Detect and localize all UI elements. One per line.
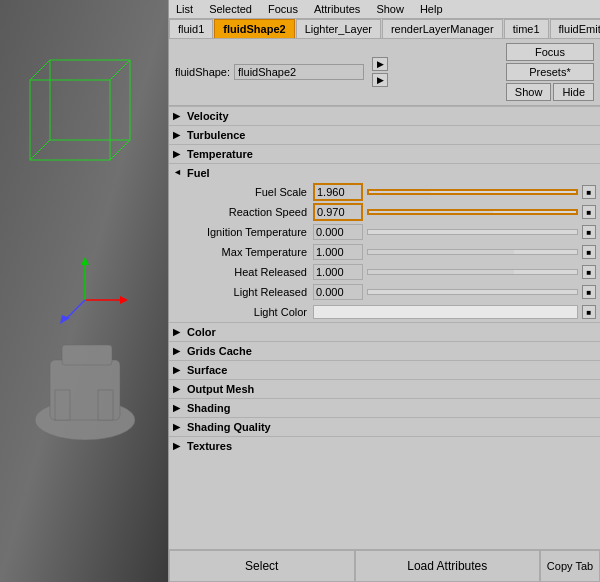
ignition-temp-input[interactable] [313,224,363,240]
show-button[interactable]: Show [506,83,552,101]
section-color[interactable]: ▶ Color [169,322,600,341]
temperature-label: Temperature [187,148,253,160]
svg-rect-16 [98,390,113,420]
fluid-shape-label: fluidShape: [175,66,230,78]
grids-cache-label: Grids Cache [187,345,252,357]
section-shading[interactable]: ▶ Shading [169,398,600,417]
attr-header: fluidShape: ▶ ▶ Focus Presets* Show Hide [169,39,600,106]
fuel-arrow: ▼ [173,168,183,178]
menu-show[interactable]: Show [373,2,407,16]
menu-attributes[interactable]: Attributes [311,2,363,16]
menu-help[interactable]: Help [417,2,446,16]
tab-renderlayermanager[interactable]: renderLayerManager [382,19,503,38]
reaction-speed-slider[interactable] [367,205,578,219]
select-button[interactable]: Select [169,550,355,582]
menu-list[interactable]: List [173,2,196,16]
fuel-scale-extra[interactable]: ■ [582,185,596,199]
heat-released-label: Heat Released [173,266,313,278]
header-buttons: Focus Presets* Show Hide [506,43,594,101]
section-textures[interactable]: ▶ Textures [169,436,600,455]
tab-fluid1[interactable]: fluid1 [169,19,213,38]
fuel-scale-row: Fuel Scale ■ [169,182,600,202]
load-attributes-button[interactable]: Load Attributes [355,550,541,582]
presets-button[interactable]: Presets* [506,63,594,81]
ignition-temp-row: Ignition Temperature ■ [169,222,600,242]
surface-label: Surface [187,364,227,376]
reaction-speed-extra[interactable]: ■ [582,205,596,219]
attributes-scroll-area[interactable]: ▶ Velocity ▶ Turbulence ▶ Temperature ▼ … [169,106,600,549]
heat-released-row: Heat Released ■ [169,262,600,282]
tab-bar: fluid1 fluidShape2 Lighter_Layer renderL… [169,19,600,39]
bottom-bar: Select Load Attributes Copy Tab [169,549,600,582]
tab-fluidemitter1[interactable]: fluidEmitter1 [550,19,600,38]
arrow-icon[interactable]: ▶ [372,73,388,87]
section-temperature[interactable]: ▶ Temperature [169,144,600,163]
menu-focus[interactable]: Focus [265,2,301,16]
textures-label: Textures [187,440,232,452]
fuel-body: Fuel Scale ■ Reaction Speed ■ [169,182,600,322]
section-velocity[interactable]: ▶ Velocity [169,106,600,125]
light-color-label: Light Color [173,306,313,318]
viewport-canvas [0,0,168,582]
focus-button[interactable]: Focus [506,43,594,61]
turbulence-arrow: ▶ [173,130,183,140]
svg-rect-17 [62,345,112,365]
viewport-panel [0,0,168,582]
light-released-extra[interactable]: ■ [582,285,596,299]
fuel-scale-input[interactable] [313,183,363,201]
svg-rect-0 [0,0,168,582]
light-color-row: Light Color ■ [169,302,600,322]
section-turbulence[interactable]: ▶ Turbulence [169,125,600,144]
turbulence-label: Turbulence [187,129,245,141]
fluid-shape-input[interactable] [234,64,364,80]
light-released-row: Light Released ■ [169,282,600,302]
svg-rect-15 [55,390,70,420]
section-grids-cache[interactable]: ▶ Grids Cache [169,341,600,360]
hide-button[interactable]: Hide [553,83,594,101]
tab-time1[interactable]: time1 [504,19,549,38]
section-shading-quality[interactable]: ▶ Shading Quality [169,417,600,436]
max-temp-input[interactable] [313,244,363,260]
light-released-slider[interactable] [367,285,578,299]
fuel-label: Fuel [187,167,210,179]
shading-quality-arrow: ▶ [173,422,183,432]
max-temp-extra[interactable]: ■ [582,245,596,259]
bookmark-icon[interactable]: ▶ [372,57,388,71]
color-arrow: ▶ [173,327,183,337]
light-color-extra[interactable]: ■ [582,305,596,319]
heat-released-slider[interactable] [367,265,578,279]
fuel-scale-slider[interactable] [367,185,578,199]
ignition-temp-extra[interactable]: ■ [582,225,596,239]
shading-label: Shading [187,402,230,414]
reaction-speed-row: Reaction Speed ■ [169,202,600,222]
section-surface[interactable]: ▶ Surface [169,360,600,379]
surface-arrow: ▶ [173,365,183,375]
light-released-label: Light Released [173,286,313,298]
reaction-speed-label: Reaction Speed [173,206,313,218]
menu-bar: List Selected Focus Attributes Show Help [169,0,600,19]
ignition-temp-label: Ignition Temperature [173,226,313,238]
ignition-temp-slider[interactable] [367,225,578,239]
copy-tab-button[interactable]: Copy Tab [540,550,600,582]
reaction-speed-input[interactable] [313,203,363,221]
shading-arrow: ▶ [173,403,183,413]
heat-released-input[interactable] [313,264,363,280]
max-temp-label: Max Temperature [173,246,313,258]
section-fuel[interactable]: ▼ Fuel [169,163,600,182]
max-temp-row: Max Temperature ■ [169,242,600,262]
output-mesh-arrow: ▶ [173,384,183,394]
header-icons: ▶ ▶ [372,57,388,87]
tab-lighter-layer[interactable]: Lighter_Layer [296,19,381,38]
heat-released-extra[interactable]: ■ [582,265,596,279]
menu-selected[interactable]: Selected [206,2,255,16]
light-released-input[interactable] [313,284,363,300]
attribute-editor: List Selected Focus Attributes Show Help… [168,0,600,582]
velocity-arrow: ▶ [173,111,183,121]
tab-fluidshape2[interactable]: fluidShape2 [214,19,294,38]
output-mesh-label: Output Mesh [187,383,254,395]
max-temp-slider[interactable] [367,245,578,259]
temperature-arrow: ▶ [173,149,183,159]
textures-arrow: ▶ [173,441,183,451]
light-color-swatch[interactable] [313,305,578,319]
section-output-mesh[interactable]: ▶ Output Mesh [169,379,600,398]
